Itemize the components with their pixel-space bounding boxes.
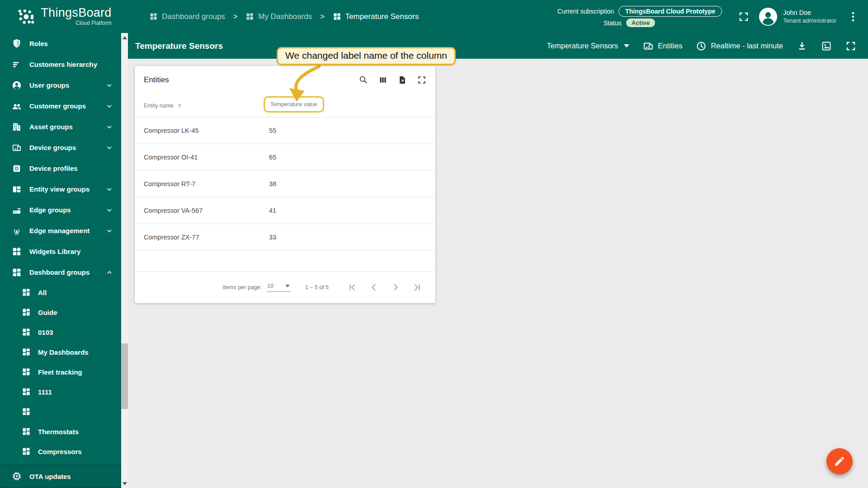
sidebar-item-all[interactable]: All <box>0 282 121 302</box>
scroll-down-arrow[interactable] <box>121 480 128 487</box>
dashboard-icon <box>245 12 254 21</box>
widget-fullscreen-button[interactable] <box>417 75 426 84</box>
next-page-button[interactable] <box>390 282 401 293</box>
sidebar-item-customers-hierarchy[interactable]: Customers hierarchy <box>0 54 121 75</box>
sidebar-item-asset-groups[interactable]: Asset groups <box>0 116 121 137</box>
dashboard-state-selector[interactable]: Temperature Sensors <box>547 42 630 50</box>
sidebar-item-edge-management[interactable]: Edge management <box>0 220 121 241</box>
export-csv-button[interactable] <box>398 75 407 84</box>
sidebar-item-dashboard-groups[interactable]: Dashboard groups <box>0 262 121 282</box>
sidebar-item-guide[interactable]: Guide <box>0 302 121 322</box>
subscription-badge[interactable]: ThingsBoard Cloud Prototype <box>618 6 722 17</box>
kebab-icon <box>852 12 854 22</box>
sidebar-item-label: Thermostats <box>38 428 79 436</box>
table-row[interactable]: Compressor OI-41 65 <box>135 144 435 171</box>
avatar[interactable] <box>759 8 777 26</box>
image-icon <box>821 41 832 52</box>
widget-title: Entities <box>144 75 169 84</box>
caret-down-icon <box>285 285 290 287</box>
chip-icon <box>12 471 22 481</box>
sidebar-item-unnamed[interactable] <box>0 402 121 422</box>
sidebar-item-my-dashboards[interactable]: My Dashboards <box>0 342 121 362</box>
sidebar-item-user-groups[interactable]: User groups <box>0 75 121 95</box>
sidebar-item-widgets-library[interactable]: Widgets Library <box>0 241 121 262</box>
dashboard-image-button[interactable] <box>821 41 832 52</box>
column-header-entity-name[interactable]: Entity name <box>144 103 269 109</box>
pencil-icon <box>834 455 845 467</box>
app-root: ThingsBoard Cloud Platform Dashboard gro… <box>0 0 868 488</box>
breadcrumb-label: My Dashboards <box>258 12 312 21</box>
sidebar-item-label: Device groups <box>29 144 76 151</box>
scrollbar-thumb[interactable] <box>121 343 128 409</box>
scroll-up-arrow[interactable] <box>121 34 128 41</box>
first-page-button[interactable] <box>347 282 358 293</box>
last-page-icon <box>412 282 423 293</box>
table-row[interactable]: Compressor VA-567 41 <box>135 197 435 224</box>
entity-name-cell: Compressor RT-7 <box>144 180 269 188</box>
sidebar-item-label: User groups <box>29 81 69 89</box>
state-selector-label: Temperature Sensors <box>547 42 618 50</box>
paginator: Items per page: 10 1 – 5 of 5 <box>135 272 435 303</box>
dashboard-fullscreen-button[interactable] <box>845 41 856 52</box>
sidebar-item-ota-updates[interactable]: OTA updates <box>0 465 121 488</box>
sidebar-item-compressors[interactable]: Compressors <box>0 441 121 461</box>
fullscreen-icon <box>845 41 856 52</box>
table-row[interactable]: Compressor ZX-77 33 <box>135 224 435 251</box>
sidebar-item-customer-groups[interactable]: Customer groups <box>0 95 121 116</box>
sidebar-scrollbar[interactable] <box>121 33 128 488</box>
sidebar-item-label: Edge groups <box>29 206 71 214</box>
user-groups-icon <box>12 80 22 90</box>
sidebar-item-label: Roles <box>29 40 48 47</box>
dashboard-icon <box>22 367 31 376</box>
sidebar-item-entity-view-groups[interactable]: Entity view groups <box>0 178 121 199</box>
previous-page-button[interactable] <box>368 282 379 293</box>
breadcrumb-my-dashboards[interactable]: My Dashboards <box>245 12 312 21</box>
sidebar-item-1111[interactable]: 1111 <box>0 382 121 402</box>
user-role: Tenant administrator <box>783 17 836 24</box>
last-page-button[interactable] <box>412 282 423 293</box>
breadcrumb-temperature-sensors[interactable]: Temperature Sensors <box>333 12 419 21</box>
more-menu-button[interactable] <box>849 9 857 24</box>
chevron-down-icon <box>105 81 114 90</box>
timewindow-label: Realtime - last minute <box>711 42 783 50</box>
breadcrumb-dashboard-groups[interactable]: Dashboard groups <box>149 12 225 21</box>
page-title: Temperature Sensors <box>128 41 223 51</box>
chevron-down-icon <box>105 143 114 152</box>
fullscreen-button[interactable] <box>738 11 749 22</box>
table-row[interactable]: Compressor LK-45 55 <box>135 117 435 144</box>
sidebar-item-fleet-tracking[interactable]: Fleet tracking <box>0 362 121 382</box>
chevron-down-icon <box>105 122 114 131</box>
column-header-temperature-value[interactable]: Temperature value <box>269 94 435 117</box>
hierarchy-icon <box>12 60 22 70</box>
caret-down-icon <box>624 44 629 47</box>
columns-button[interactable] <box>378 75 387 84</box>
entities-widget: Entities <box>135 66 435 303</box>
sidebar-item-thermostats[interactable]: Thermostats <box>0 422 121 441</box>
search-icon <box>359 75 368 84</box>
entity-view-icon <box>12 184 22 194</box>
table-row[interactable]: Compressor RT-7 38 <box>135 171 435 197</box>
sidebar-item-label: Widgets Library <box>29 248 80 255</box>
devices-icon <box>12 143 22 153</box>
edit-dashboard-fab[interactable] <box>826 448 853 474</box>
timewindow-button[interactable]: Realtime - last minute <box>696 41 783 52</box>
first-page-icon <box>347 282 358 293</box>
sidebar-item-label: Edge management <box>29 227 90 235</box>
entity-name-cell: Compressor ZX-77 <box>144 234 269 241</box>
sidebar-item-roles[interactable]: Roles <box>0 33 121 54</box>
export-dashboard-button[interactable] <box>797 41 807 52</box>
temperature-value-cell: 38 <box>269 180 435 188</box>
sidebar-item-edge-groups[interactable]: Edge groups <box>0 199 121 220</box>
sidebar-item-device-profiles[interactable]: D Device profiles <box>0 158 121 178</box>
sidebar-item-label: Asset groups <box>29 123 73 131</box>
entity-name-cell: Compressor OI-41 <box>144 154 269 161</box>
sidebar-item-label: 1111 <box>38 388 52 396</box>
temperature-value-cell: 33 <box>269 234 435 241</box>
sidebar-item-0103[interactable]: 0103 <box>0 322 121 342</box>
app-logo[interactable]: ThingsBoard Cloud Platform <box>0 0 128 33</box>
sidebar-item-label: Device profiles <box>29 164 78 172</box>
search-button[interactable] <box>359 75 368 84</box>
entities-filter-button[interactable]: Entities <box>643 41 682 52</box>
sidebar-item-device-groups[interactable]: Device groups <box>0 137 121 158</box>
page-size-select[interactable]: 10 <box>266 283 291 292</box>
